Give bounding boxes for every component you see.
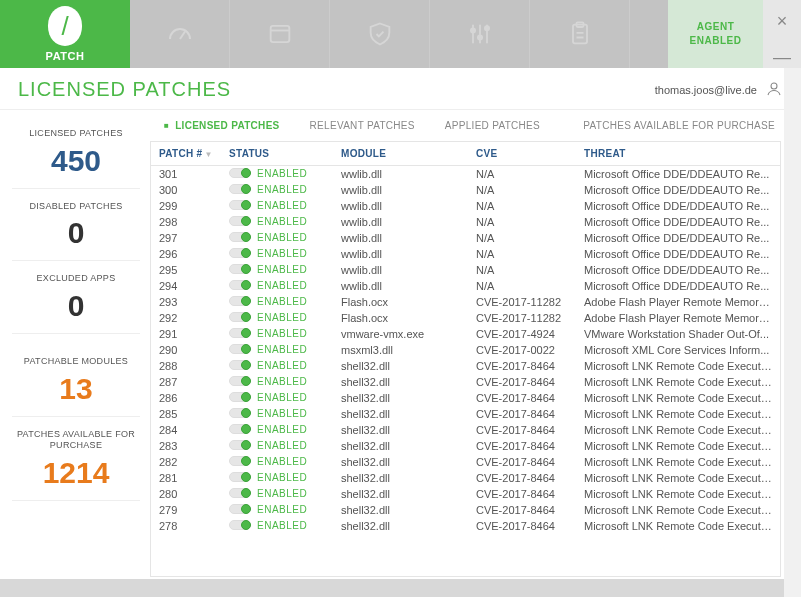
cell-cve: CVE-2017-8464	[476, 472, 584, 484]
stat-modules[interactable]: PATCHABLE MODULES 13	[12, 344, 140, 417]
nav-dashboard[interactable]	[130, 0, 230, 68]
cell-cve: N/A	[476, 280, 584, 292]
nav-settings[interactable]	[430, 0, 530, 68]
nav-shield[interactable]	[330, 0, 430, 68]
toggle-dot-icon	[241, 328, 251, 338]
status-toggle[interactable]: ENABLED	[229, 280, 307, 291]
tab-available[interactable]: PATCHES AVAILABLE FOR PURCHASE	[583, 120, 781, 131]
table-row[interactable]: 294ENABLEDwwlib.dllN/AMicrosoft Office D…	[151, 278, 780, 294]
table-header: PATCH #▼ STATUS MODULE CVE THREAT	[151, 142, 780, 166]
toggle-track	[229, 376, 251, 386]
table-row[interactable]: 280ENABLEDshell32.dllCVE-2017-8464Micros…	[151, 486, 780, 502]
tab-relevant[interactable]: RELEVANT PATCHES	[310, 120, 415, 131]
table-body[interactable]: 301ENABLEDwwlib.dllN/AMicrosoft Office D…	[151, 166, 780, 577]
stat-licensed[interactable]: LICENSED PATCHES 450	[12, 116, 140, 189]
tab-licensed[interactable]: LICENSED PATCHES	[164, 120, 280, 131]
status-toggle[interactable]: ENABLED	[229, 360, 307, 371]
status-toggle[interactable]: ENABLED	[229, 440, 307, 451]
toggle-dot-icon	[241, 344, 251, 354]
status-toggle[interactable]: ENABLED	[229, 216, 307, 227]
status-toggle[interactable]: ENABLED	[229, 520, 307, 531]
col-module[interactable]: MODULE	[341, 148, 476, 159]
col-threat[interactable]: THREAT	[584, 148, 772, 159]
status-toggle[interactable]: ENABLED	[229, 184, 307, 195]
cell-patch: 285	[159, 408, 229, 420]
status-toggle[interactable]: ENABLED	[229, 408, 307, 419]
col-patch[interactable]: PATCH #▼	[159, 148, 229, 159]
cell-status: ENABLED	[229, 488, 341, 501]
cell-threat: Microsoft LNK Remote Code Executi...	[584, 360, 772, 372]
cell-status: ENABLED	[229, 184, 341, 197]
table-row[interactable]: 291ENABLEDvmware-vmx.exeCVE-2017-4924VMw…	[151, 326, 780, 342]
toggle-dot-icon	[241, 296, 251, 306]
table-row[interactable]: 285ENABLEDshell32.dllCVE-2017-8464Micros…	[151, 406, 780, 422]
stat-excluded[interactable]: EXCLUDED APPS 0	[12, 261, 140, 334]
scrollbar-vertical[interactable]	[784, 68, 801, 597]
status-toggle[interactable]: ENABLED	[229, 328, 307, 339]
stat-disabled[interactable]: DISABLED PATCHES 0	[12, 189, 140, 262]
table-row[interactable]: 279ENABLEDshell32.dllCVE-2017-8464Micros…	[151, 502, 780, 518]
table-row[interactable]: 282ENABLEDshell32.dllCVE-2017-8464Micros…	[151, 454, 780, 470]
table-row[interactable]: 287ENABLEDshell32.dllCVE-2017-8464Micros…	[151, 374, 780, 390]
status-toggle[interactable]: ENABLED	[229, 424, 307, 435]
col-status[interactable]: STATUS	[229, 148, 341, 159]
status-toggle[interactable]: ENABLED	[229, 248, 307, 259]
stat-value: 0	[12, 289, 140, 323]
svg-rect-0	[270, 26, 289, 42]
toggle-label: ENABLED	[257, 424, 307, 435]
close-icon[interactable]: ×	[777, 12, 788, 30]
status-toggle[interactable]: ENABLED	[229, 232, 307, 243]
table-row[interactable]: 297ENABLEDwwlib.dllN/AMicrosoft Office D…	[151, 230, 780, 246]
col-cve[interactable]: CVE	[476, 148, 584, 159]
tab-applied[interactable]: APPLIED PATCHES	[445, 120, 540, 131]
agent-status[interactable]: AGENT ENABLED	[668, 0, 763, 68]
table-row[interactable]: 298ENABLEDwwlib.dllN/AMicrosoft Office D…	[151, 214, 780, 230]
status-toggle[interactable]: ENABLED	[229, 264, 307, 275]
user-area[interactable]: thomas.joos@live.de	[655, 80, 783, 100]
table-row[interactable]: 286ENABLEDshell32.dllCVE-2017-8464Micros…	[151, 390, 780, 406]
toggle-track	[229, 520, 251, 530]
stat-available[interactable]: PATCHES AVAILABLE FOR PURCHASE 1214	[12, 417, 140, 501]
nav-reports[interactable]	[530, 0, 630, 68]
table-row[interactable]: 283ENABLEDshell32.dllCVE-2017-8464Micros…	[151, 438, 780, 454]
status-toggle[interactable]: ENABLED	[229, 472, 307, 483]
status-toggle[interactable]: ENABLED	[229, 376, 307, 387]
table-row[interactable]: 288ENABLEDshell32.dllCVE-2017-8464Micros…	[151, 358, 780, 374]
status-toggle[interactable]: ENABLED	[229, 392, 307, 403]
toggle-dot-icon	[241, 392, 251, 402]
toggle-track	[229, 216, 251, 226]
table-row[interactable]: 292ENABLEDFlash.ocxCVE-2017-11282Adobe F…	[151, 310, 780, 326]
table-row[interactable]: 278ENABLEDshell32.dllCVE-2017-8464Micros…	[151, 518, 780, 534]
cell-patch: 295	[159, 264, 229, 276]
table-row[interactable]: 299ENABLEDwwlib.dllN/AMicrosoft Office D…	[151, 198, 780, 214]
table-row[interactable]: 281ENABLEDshell32.dllCVE-2017-8464Micros…	[151, 470, 780, 486]
cell-module: shell32.dll	[341, 504, 476, 516]
nav-apps[interactable]	[230, 0, 330, 68]
table-row[interactable]: 284ENABLEDshell32.dllCVE-2017-8464Micros…	[151, 422, 780, 438]
cell-module: wwlib.dll	[341, 232, 476, 244]
status-toggle[interactable]: ENABLED	[229, 296, 307, 307]
status-toggle[interactable]: ENABLED	[229, 200, 307, 211]
status-toggle[interactable]: ENABLED	[229, 456, 307, 467]
table-row[interactable]: 290ENABLEDmsxml3.dllCVE-2017-0022Microso…	[151, 342, 780, 358]
cell-threat: Microsoft Office DDE/DDEAUTO Re...	[584, 168, 772, 180]
cell-cve: N/A	[476, 216, 584, 228]
status-toggle[interactable]: ENABLED	[229, 504, 307, 515]
cell-threat: Microsoft Office DDE/DDEAUTO Re...	[584, 200, 772, 212]
status-toggle[interactable]: ENABLED	[229, 312, 307, 323]
status-toggle[interactable]: ENABLED	[229, 168, 307, 179]
table-row[interactable]: 300ENABLEDwwlib.dllN/AMicrosoft Office D…	[151, 182, 780, 198]
toggle-track	[229, 248, 251, 258]
table-row[interactable]: 293ENABLEDFlash.ocxCVE-2017-11282Adobe F…	[151, 294, 780, 310]
table-row[interactable]: 301ENABLEDwwlib.dllN/AMicrosoft Office D…	[151, 166, 780, 182]
table-row[interactable]: 296ENABLEDwwlib.dllN/AMicrosoft Office D…	[151, 246, 780, 262]
sort-desc-icon: ▼	[204, 150, 212, 159]
stat-label: PATCHABLE MODULES	[12, 356, 140, 368]
cell-status: ENABLED	[229, 504, 341, 517]
svg-point-3	[484, 26, 488, 30]
logo-tab[interactable]: / PATCH	[0, 0, 130, 68]
minimize-icon[interactable]: —	[773, 48, 791, 66]
status-toggle[interactable]: ENABLED	[229, 488, 307, 499]
table-row[interactable]: 295ENABLEDwwlib.dllN/AMicrosoft Office D…	[151, 262, 780, 278]
status-toggle[interactable]: ENABLED	[229, 344, 307, 355]
